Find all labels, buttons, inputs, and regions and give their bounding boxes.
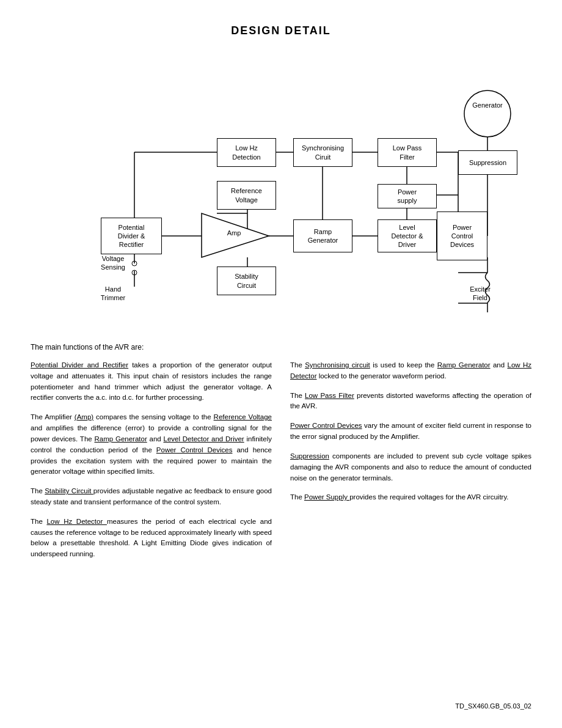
left-col: Potential Divider and Rectifier takes a … xyxy=(31,360,272,568)
suppression-box: Suppression xyxy=(458,150,517,175)
page-container: DESIGN DETAIL xyxy=(0,0,562,728)
diagram-area: Generator Suppression Low HzDetection Sy… xyxy=(31,56,531,325)
reference-box: ReferenceVoltage xyxy=(217,181,276,210)
power-supply-box: Powersupply xyxy=(378,184,437,208)
sync-box: SynchronisingCiruit xyxy=(293,138,352,167)
rpara5-underline: Power Supply xyxy=(304,493,349,501)
text-intro-wrapper: The main functions of the AVR are: xyxy=(31,343,531,351)
rpara2-underline: Low Pass Filter xyxy=(305,392,354,399)
para4-underline: Low Hz Detector xyxy=(46,518,106,525)
text-intro: The main functions of the AVR are: xyxy=(31,343,531,351)
rpara1: The Synchronising circuit is used to kee… xyxy=(290,360,531,382)
rpara2: The Low Pass Filter prevents distorted w… xyxy=(290,391,531,413)
para2-underline1: (Amp) xyxy=(75,413,93,421)
para2-underline4: Level Detector and Driver xyxy=(164,435,244,443)
para2-underline3: Ramp Generator xyxy=(94,435,147,443)
page-title: DESIGN DETAIL xyxy=(31,24,531,37)
amp-label: Amp xyxy=(219,229,249,237)
rpara1-underline2: Ramp Generator xyxy=(437,361,491,369)
rpara4-underline: Suppression xyxy=(290,452,329,460)
rpara1-underline1: Synchronising circuit xyxy=(305,361,370,369)
para2-underline2: Reference Voltage xyxy=(214,413,272,421)
text-content-area: Potential Divider and Rectifier takes a … xyxy=(31,360,531,568)
rpara3: Power Control Devices vary the amount of… xyxy=(290,421,531,443)
power-control-box: PowerControlDevices xyxy=(437,211,487,260)
diagram-svg xyxy=(31,56,531,325)
level-detector-box: LevelDetector &Driver xyxy=(378,219,437,252)
para2-underline5: Power Control Devices xyxy=(156,446,233,454)
hand-trimmer-label: HandTrimmer xyxy=(92,285,134,303)
para3-underline: Stability Circuit xyxy=(45,487,93,495)
page-footer: TD_SX460.GB_05.03_02 xyxy=(455,702,531,710)
exciter-field-label: ExciterField xyxy=(462,285,498,303)
para1: Potential Divider and Rectifier takes a … xyxy=(31,360,272,403)
rpara5: The Power Supply provides the required v… xyxy=(290,492,531,503)
right-col: The Synchronising circuit is used to kee… xyxy=(290,360,531,568)
rpara3-underline: Power Control Devices xyxy=(290,422,362,429)
ramp-box: RampGenerator xyxy=(293,219,352,252)
low-hz-box: Low HzDetection xyxy=(217,138,276,167)
para3: The Stability Circuit provides adjustabl… xyxy=(31,486,272,508)
svg-point-0 xyxy=(464,90,511,137)
voltage-sensing-label: VoltageSensing xyxy=(92,254,134,272)
potential-divider-box: PotentialDivider &Rectifier xyxy=(101,218,162,254)
generator-label: Generator xyxy=(464,101,511,109)
para1-underline: Potential Divider and Rectifier xyxy=(31,361,128,369)
para4: The Low Hz Detector measures the period … xyxy=(31,517,272,560)
stability-box: StabilityCircuit xyxy=(217,267,276,295)
rpara4: Suppression components are included to p… xyxy=(290,451,531,483)
para2: The Amplifier (Amp) compares the sensing… xyxy=(31,412,272,477)
low-pass-box: Low PassFilter xyxy=(378,138,437,167)
